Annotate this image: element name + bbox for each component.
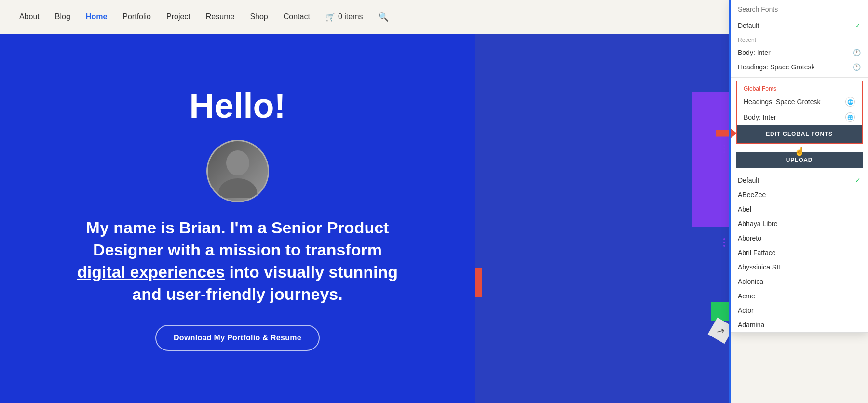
global-font-headings[interactable]: Headings: Space Grotesk 🌐 [737,94,862,109]
nav-link-blog[interactable]: Blog [55,13,70,21]
right-blue-bar [729,0,731,403]
dot [723,151,725,153]
font-name: ABeeZee [738,191,766,199]
nav-item-contact[interactable]: Contact [284,13,310,21]
global-fonts-box: Global Fonts Headings: Space Grotesk 🌐 B… [736,81,863,144]
nav-item-resume[interactable]: Resume [206,13,235,21]
edit-global-fonts-container: EDIT GLOBAL FONTS ☝ [737,125,862,143]
nav-link-resume[interactable]: Resume [206,13,235,21]
nav-item-about[interactable]: About [19,13,40,21]
font-list-item-default[interactable]: Default ✓ [731,173,868,188]
nav-search-btn[interactable]: 🔍 [378,12,389,22]
checkmark-icon: ✓ [855,22,861,29]
font-list-item-acme[interactable]: Acme [731,289,868,303]
right-bg-blocks: ↗ [475,34,731,403]
global-font-headings-label: Headings: Space Grotesk [744,98,821,106]
hero-body-text: My name is Brian. I'm a Senior Product D… [77,217,398,306]
globe-icon: 🌐 [845,97,855,107]
cart-icon: 🛒 [326,13,335,22]
font-list-item-actor[interactable]: Actor [731,303,868,318]
green-accent-block [711,302,731,321]
font-item-label: Body: Inter [738,49,771,56]
globe-icon-2: 🌐 [845,112,855,122]
hero-link[interactable]: digital experiences [77,263,225,281]
nav-links: About Blog Home Portfolio Project Resume… [19,12,389,22]
font-name: Acme [738,292,755,300]
recent-clock-icon: 🕐 [853,49,861,56]
global-font-body-label: Body: Inter [744,113,776,121]
font-picker-dropdown: Default ✓ Recent Body: Inter 🕐 Headings:… [731,0,868,333]
font-item-body-inter[interactable]: Body: Inter 🕐 [731,45,868,60]
hero-section: Hello! My name is Brian. I'm a Senior Pr… [0,34,475,403]
font-search-container[interactable] [731,0,868,18]
font-name: Adamina [738,321,764,329]
nav-item-home[interactable]: Home [86,13,107,21]
font-name: Abyssinica SIL [738,263,782,271]
global-fonts-label: Global Fonts [737,81,862,94]
download-portfolio-button[interactable]: Download My Portfolio & Resume [155,325,320,351]
font-list-scroll[interactable]: ABeeZee Abel Abhaya Libre Aboreto Abril … [731,188,868,332]
dots-menu-2[interactable] [723,238,725,247]
font-list-item-abhaya-libre[interactable]: Abhaya Libre [731,216,868,231]
nav-link-contact[interactable]: Contact [284,13,310,21]
cart-count: 0 items [338,13,363,21]
divider [731,77,868,78]
nav-item-blog[interactable]: Blog [55,13,70,21]
dot [723,148,725,150]
font-list-item-abeezee[interactable]: ABeeZee [731,188,868,202]
font-item-default-top[interactable]: Default ✓ [731,18,868,33]
font-list-item-abel[interactable]: Abel [731,202,868,216]
font-list-item-adamina[interactable]: Adamina [731,318,868,332]
recent-clock-icon-2: 🕐 [853,63,861,71]
nav-link-about[interactable]: About [19,13,40,21]
font-item-label: Headings: Space Grotesk [738,63,815,71]
dot [723,238,725,240]
svg-point-4 [218,178,257,198]
dots-menu-1[interactable] [723,145,725,153]
font-list-default-label: Default [738,176,759,184]
sidebar-dots [719,34,729,247]
font-list-item-abyssinica[interactable]: Abyssinica SIL [731,260,868,274]
font-name: Abel [738,205,751,213]
nav-link-project[interactable]: Project [166,13,190,21]
nav-link-shop[interactable]: Shop [250,13,268,21]
font-list-item-aboreto[interactable]: Aboreto [731,231,868,245]
nav-item-project[interactable]: Project [166,13,190,21]
red-accent-block [475,268,482,297]
font-name: Aboreto [738,234,761,242]
font-name: Abhaya Libre [738,220,778,228]
font-item-default-label: Default [738,22,759,29]
nav-link-home[interactable]: Home [86,13,107,21]
font-list-item-aclonica[interactable]: Aclonica [731,274,868,289]
dot [723,145,725,147]
dot [723,242,725,243]
nav-item-shop[interactable]: Shop [250,13,268,21]
avatar [206,140,269,202]
font-item-headings-space-grotesk[interactable]: Headings: Space Grotesk 🕐 [731,60,868,74]
nav-cart[interactable]: 🛒 0 items [326,13,363,22]
font-list-item-abril-fatface[interactable]: Abril Fatface [731,245,868,260]
search-icon[interactable]: 🔍 [378,12,389,22]
font-search-input[interactable] [738,5,861,13]
default-checkmark-icon: ✓ [855,176,861,184]
font-name: Actor [738,307,754,314]
font-name: Abril Fatface [738,249,776,256]
nav-item-portfolio[interactable]: Portfolio [122,13,151,21]
global-font-body[interactable]: Body: Inter 🌐 [737,109,862,125]
font-name: Aclonica [738,278,763,285]
recent-section-label: Recent [731,33,868,45]
svg-point-3 [226,150,249,175]
hero-heading: Hello! [189,86,285,125]
cursor-icon: ☝ [794,146,805,157]
arrow-icon: ↗ [708,318,731,344]
edit-global-fonts-button[interactable]: EDIT GLOBAL FONTS [737,125,862,143]
nav-link-portfolio[interactable]: Portfolio [122,13,151,21]
dot [723,245,725,247]
